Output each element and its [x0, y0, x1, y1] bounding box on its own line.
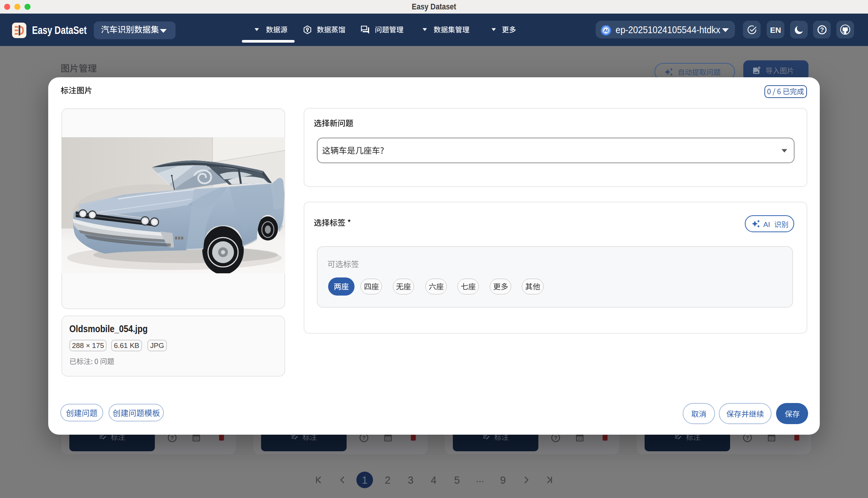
svg-text:?: ? [170, 434, 174, 441]
svg-text:?: ? [746, 434, 749, 441]
svg-text:?: ? [362, 434, 365, 441]
svg-text:?: ? [554, 434, 557, 441]
svg-text:AI: AI [604, 28, 608, 33]
svg-text:?: ? [820, 26, 824, 33]
